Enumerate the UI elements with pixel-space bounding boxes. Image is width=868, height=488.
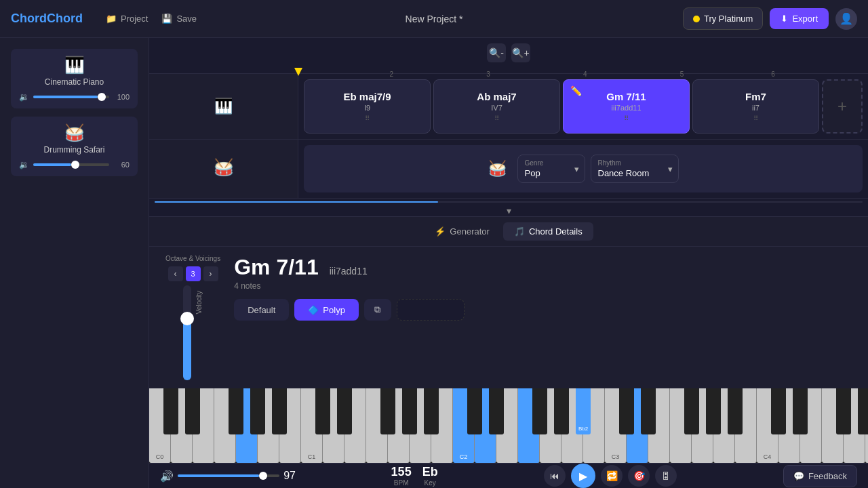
piano-volume-value: 100 bbox=[113, 93, 130, 101]
key-label-c1: C1 bbox=[308, 453, 316, 460]
chord-track-icon: 🎹 bbox=[214, 98, 233, 115]
drum-volume-icon: 🔉 bbox=[19, 160, 29, 169]
ruler-marks: 2 3 4 5 6 bbox=[298, 68, 868, 73]
instrument-cinematic-piano: 🎹 Cinematic Piano 🔉 100 bbox=[11, 49, 138, 108]
midi-button[interactable]: 🎛 bbox=[655, 465, 677, 487]
rhythm-dropdown[interactable]: Rhythm Dance Room ▾ bbox=[591, 155, 679, 183]
master-volume-slider[interactable] bbox=[178, 474, 279, 477]
octave-next-button[interactable]: › bbox=[203, 266, 218, 281]
logo: ChordChord bbox=[11, 12, 83, 26]
tab-generator[interactable]: ⚡ Generator bbox=[424, 222, 500, 241]
voicing-polyp-button[interactable]: 🔷 Polyp bbox=[294, 299, 359, 321]
piano-area: C0C1C2C3C4C5Bb2 bbox=[149, 388, 868, 463]
export-button[interactable]: ⬇ Export bbox=[770, 8, 829, 29]
black-key-bb0[interactable] bbox=[272, 388, 287, 434]
collapse-handle[interactable]: ▾ bbox=[149, 205, 868, 217]
content-area: 🔍- 🔍+ 2 3 4 5 6 🎹 Eb maj7/9 I bbox=[149, 38, 868, 488]
chord-cell-3[interactable]: Fm7 ii7 ⠿ bbox=[692, 79, 819, 134]
add-chord-button[interactable]: + bbox=[822, 79, 863, 134]
piano-volume-icon: 🔉 bbox=[19, 92, 29, 102]
black-key-gb0[interactable] bbox=[229, 388, 243, 434]
mark-2: 2 bbox=[389, 70, 393, 78]
zoom-in-button[interactable]: 🔍+ bbox=[511, 43, 530, 62]
header-right: Try Platinum ⬇ Export 👤 bbox=[683, 7, 857, 30]
save-button[interactable]: 💾 Save bbox=[155, 9, 203, 28]
chord-cell-2[interactable]: ✏️ Gm 7/11 iii7add11 ⠿ bbox=[563, 79, 690, 134]
octave-prev-button[interactable]: ‹ bbox=[168, 266, 183, 281]
chord-name-0: Eb maj7/9 bbox=[343, 91, 391, 102]
chord-detail-code: iii7add11 bbox=[330, 266, 368, 277]
chord-cell-0[interactable]: Eb maj7/9 I9 ⠿ bbox=[304, 79, 431, 134]
octave-voicing-section: Octave & Voicings ‹ 3 › Velocity bbox=[165, 255, 220, 380]
piano-volume-slider[interactable] bbox=[33, 96, 109, 98]
chord-detail-content: Octave & Voicings ‹ 3 › Velocity bbox=[149, 247, 868, 388]
chord-dots-0: ⠿ bbox=[365, 115, 370, 122]
feedback-button[interactable]: 💬 Feedback bbox=[783, 465, 857, 487]
generator-icon: ⚡ bbox=[435, 226, 446, 237]
key-value[interactable]: Eb bbox=[422, 465, 438, 479]
black-key-gb1[interactable] bbox=[380, 388, 395, 434]
master-volume-icon: 🔊 bbox=[160, 470, 174, 483]
velocity-slider[interactable] bbox=[183, 285, 191, 380]
chord-roman-1: IV7 bbox=[491, 104, 502, 112]
voicing-default-button[interactable]: Default bbox=[234, 299, 289, 321]
genre-value: Pop bbox=[525, 168, 564, 178]
black-key-db1[interactable] bbox=[315, 388, 330, 434]
black-key-db0[interactable] bbox=[163, 388, 178, 434]
black-key-ab0[interactable] bbox=[250, 388, 265, 434]
black-key-gb4[interactable] bbox=[836, 388, 851, 434]
black-key-db2[interactable] bbox=[467, 388, 482, 434]
black-key-ab2[interactable] bbox=[554, 388, 569, 434]
black-key-gb2[interactable] bbox=[532, 388, 547, 434]
black-key-eb4[interactable] bbox=[793, 388, 808, 434]
play-button[interactable]: ▶ bbox=[571, 464, 595, 488]
chord-track: 🎹 Eb maj7/9 I9 ⠿ Ab maj7 IV7 ⠿ ✏️ bbox=[149, 74, 868, 140]
timeline-ruler: 2 3 4 5 6 bbox=[149, 68, 868, 74]
zoom-out-button[interactable]: 🔍- bbox=[487, 43, 506, 62]
tab-chord-details[interactable]: 🎵 Chord Details bbox=[503, 222, 593, 241]
loop-button[interactable]: 🔁 bbox=[601, 465, 623, 487]
black-key-bb3[interactable] bbox=[728, 388, 743, 434]
velocity-label: Velocity bbox=[195, 291, 203, 314]
rhythm-value: Dance Room bbox=[598, 168, 658, 178]
piano-icon: 🎹 bbox=[19, 56, 130, 75]
black-key-db4[interactable] bbox=[771, 388, 786, 434]
black-key-bb1[interactable] bbox=[424, 388, 439, 434]
drum-pattern-icon: 🥁 bbox=[488, 160, 507, 178]
bottom-panel: ⚡ Generator 🎵 Chord Details Octave & Voi… bbox=[149, 217, 868, 463]
sidebar: 🎹 Cinematic Piano 🔉 100 🥁 Drumming Safar… bbox=[0, 38, 149, 488]
bpm-key-area: 155 BPM Eb Key bbox=[391, 465, 438, 487]
instrument-drumming-safari: 🥁 Drumming Safari 🔉 60 bbox=[11, 117, 138, 176]
horizontal-scrollbar[interactable] bbox=[155, 201, 863, 203]
black-key-eb0[interactable] bbox=[185, 388, 200, 434]
try-platinum-button[interactable]: Try Platinum bbox=[683, 7, 763, 30]
chord-roman-2: iii7add11 bbox=[611, 104, 641, 112]
chord-dots-3: ⠿ bbox=[753, 115, 758, 122]
header: ChordChord 📁 Project 💾 Save New Project … bbox=[0, 0, 868, 38]
drum-volume-slider[interactable] bbox=[33, 163, 109, 166]
user-avatar-button[interactable]: 👤 bbox=[835, 8, 857, 30]
key-label: Key bbox=[422, 479, 438, 487]
black-key-gb3[interactable] bbox=[684, 388, 699, 434]
genre-dropdown[interactable]: Genre Pop ▾ bbox=[517, 155, 585, 183]
black-key-ab3[interactable] bbox=[706, 388, 721, 434]
black-key-ab1[interactable] bbox=[402, 388, 417, 434]
voicing-copy-button[interactable]: ⧉ bbox=[364, 299, 391, 321]
black-key-eb2[interactable] bbox=[489, 388, 504, 434]
black-key-eb1[interactable] bbox=[337, 388, 352, 434]
octave-label: Octave & Voicings bbox=[165, 255, 220, 262]
black-key-bb2[interactable]: Bb2 bbox=[576, 388, 591, 434]
black-key-ab4[interactable] bbox=[858, 388, 868, 434]
voicing-empty-slot[interactable] bbox=[397, 299, 465, 321]
rewind-button[interactable]: ⏮ bbox=[544, 465, 566, 487]
chord-cell-1[interactable]: Ab maj7 IV7 ⠿ bbox=[433, 79, 560, 134]
black-key-eb3[interactable] bbox=[641, 388, 656, 434]
drum-name: Drumming Safari bbox=[19, 145, 130, 155]
key-label-c2: C2 bbox=[460, 453, 468, 460]
black-key-db3[interactable] bbox=[619, 388, 634, 434]
bpm-value[interactable]: 155 bbox=[391, 465, 412, 479]
project-button[interactable]: 📁 Project bbox=[99, 9, 155, 28]
drum-pattern-area: 🥁 Genre Pop ▾ Rhythm Dance Room ▾ bbox=[304, 145, 863, 192]
key-label-c3: C3 bbox=[612, 453, 620, 460]
metronome-button[interactable]: 🎯 bbox=[628, 465, 650, 487]
